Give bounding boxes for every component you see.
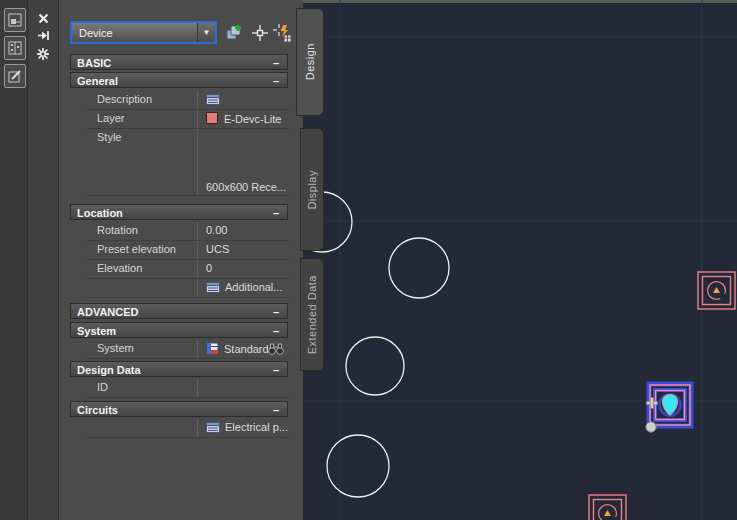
style-caption: 600x600 Rece... — [206, 181, 286, 193]
section-header-general[interactable]: General – — [70, 72, 288, 88]
dropdown-arrow-icon[interactable]: ▼ — [197, 23, 215, 42]
section-label: General — [77, 75, 118, 87]
section-header-design-data[interactable]: Design Data – — [70, 361, 288, 377]
rotation-value[interactable]: 0.00 — [197, 222, 290, 240]
description-value[interactable] — [197, 91, 290, 109]
collapse-icon[interactable]: – — [273, 362, 279, 378]
row-description: Description — [86, 91, 290, 110]
section-label: Design Data — [77, 364, 141, 376]
electrical-properties-button[interactable]: Electrical p... — [197, 419, 290, 437]
collapse-icon[interactable]: – — [273, 73, 279, 89]
additional-label: Additional... — [225, 281, 282, 293]
row-label: Style — [97, 131, 121, 143]
drawing-canvas[interactable] — [303, 0, 737, 520]
object-type-value: Device — [72, 27, 197, 39]
edit-pencil-icon — [8, 69, 22, 83]
quick-select-button[interactable] — [223, 22, 245, 44]
collapse-icon[interactable]: – — [273, 402, 279, 418]
style-value[interactable]: 600x600 Rece... — [197, 129, 290, 195]
toggle-pickadd-button[interactable] — [271, 22, 293, 44]
id-value[interactable] — [197, 379, 290, 397]
layer-name: E-Devc-Lite — [224, 113, 281, 125]
tab-design-label: Design — [304, 43, 316, 80]
section-header-basic[interactable]: BASIC – — [70, 54, 288, 70]
row-layer: Layer E-Devc-Lite — [86, 110, 290, 129]
tab-design[interactable]: Design — [296, 8, 324, 116]
edit-pencil-button[interactable] — [4, 64, 26, 88]
row-preset-elevation: Preset elevation UCS — [86, 241, 290, 260]
worksheet-icon — [206, 422, 220, 433]
elevation-value[interactable]: 0 — [197, 260, 290, 278]
collapse-icon[interactable]: – — [273, 205, 279, 221]
tab-display-label: Display — [306, 170, 318, 210]
row-system: System Standard — [86, 340, 290, 359]
properties-palette: Device ▼ — [59, 0, 305, 520]
preset-elevation-value[interactable]: UCS — [197, 241, 290, 259]
row-label: System — [97, 342, 134, 354]
collapse-icon[interactable]: – — [273, 323, 279, 339]
section-header-advanced[interactable]: ADVANCED – — [70, 303, 288, 319]
app-window: Device ▼ — [0, 0, 737, 520]
autohide-icon[interactable] — [35, 28, 51, 43]
row-label: Description — [97, 93, 152, 105]
binoculars-icon[interactable] — [268, 343, 284, 355]
row-id: ID — [86, 379, 290, 398]
worksheet-icon[interactable] — [206, 94, 220, 105]
tab-display[interactable]: Display — [300, 128, 324, 251]
palette-window-button[interactable] — [4, 8, 26, 32]
system-name: Standard — [224, 343, 269, 355]
row-label: Preset elevation — [97, 243, 176, 255]
layer-color-swatch[interactable] — [206, 112, 218, 124]
section-label: Location — [77, 207, 123, 219]
collapse-icon[interactable]: – — [273, 304, 279, 320]
row-label: ID — [97, 381, 108, 393]
tab-extended-data[interactable]: Extended Data — [300, 258, 324, 371]
row-label: Layer — [97, 112, 125, 124]
tab-extended-data-label: Extended Data — [306, 275, 318, 354]
tool-panel-button[interactable] — [4, 36, 26, 60]
section-label: BASIC — [77, 57, 111, 69]
system-style-icon — [206, 342, 219, 355]
section-label: ADVANCED — [77, 306, 139, 318]
additional-info-button[interactable]: Additional... — [197, 279, 290, 297]
tool-panel-icon — [8, 41, 22, 55]
select-objects-button[interactable] — [249, 22, 271, 44]
crosshair-icon — [251, 24, 269, 42]
left-dock-strip — [0, 0, 28, 520]
row-label: Rotation — [97, 224, 138, 236]
object-type-dropdown[interactable]: Device ▼ — [70, 21, 217, 44]
worksheet-icon — [206, 282, 220, 293]
row-elevation: Elevation 0 — [86, 260, 290, 279]
section-header-location[interactable]: Location – — [70, 204, 288, 220]
row-label: Elevation — [97, 262, 142, 274]
section-header-system[interactable]: System – — [70, 322, 288, 338]
section-header-circuits[interactable]: Circuits – — [70, 401, 288, 417]
palette-window-icon — [8, 13, 22, 27]
collapse-icon[interactable]: – — [273, 55, 279, 71]
section-label: System — [77, 325, 116, 337]
layer-value[interactable]: E-Devc-Lite — [197, 110, 290, 128]
row-additional: Additional... — [86, 279, 290, 298]
pickadd-lightning-icon — [272, 23, 292, 43]
section-label: Circuits — [77, 404, 118, 416]
row-style: Style 600x600 Rece... — [86, 129, 290, 196]
settings-gear-icon[interactable] — [35, 46, 51, 61]
row-rotation: Rotation 0.00 — [86, 222, 290, 241]
palette-titlebar — [28, 0, 59, 520]
drawing-area[interactable] — [303, 0, 737, 520]
system-value[interactable]: Standard — [197, 340, 290, 358]
quick-select-icon — [225, 24, 243, 42]
close-icon[interactable] — [35, 11, 51, 26]
row-circuits: Electrical p... — [86, 419, 290, 438]
electrical-label: Electrical p... — [225, 421, 288, 433]
